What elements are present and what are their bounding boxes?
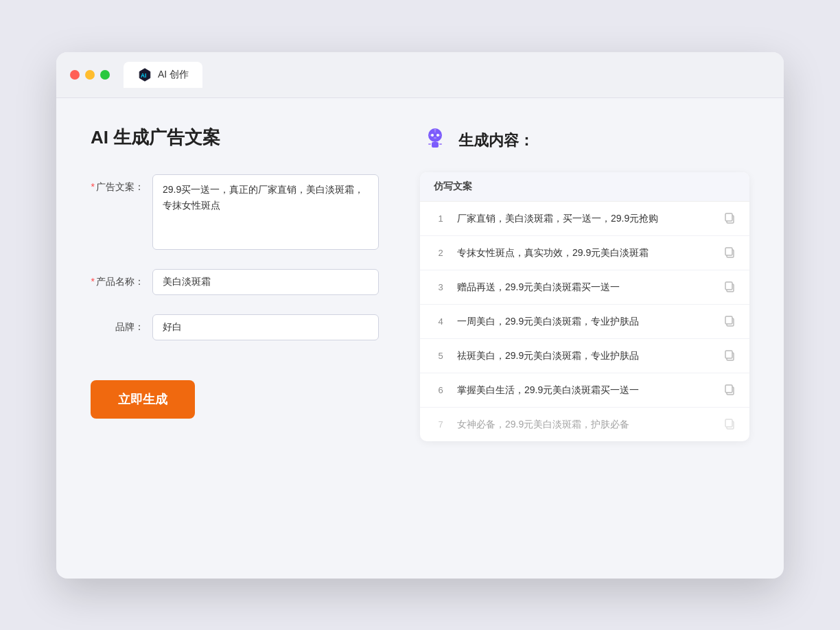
row-text: 赠品再送，29.9元美白淡斑霜买一送一 <box>457 280 714 294</box>
row-text: 祛斑美白，29.9元美白淡斑霜，专业护肤品 <box>457 349 714 363</box>
row-text: 厂家直销，美白淡斑霜，买一送一，29.9元抢购 <box>457 211 714 226</box>
result-row: 1 厂家直销，美白淡斑霜，买一送一，29.9元抢购 <box>420 202 749 236</box>
generate-button[interactable]: 立即生成 <box>91 380 195 419</box>
minimize-button[interactable] <box>85 70 95 80</box>
result-row: 2 专抹女性斑点，真实功效，29.9元美白淡斑霜 <box>420 236 749 270</box>
copy-icon[interactable] <box>723 212 736 224</box>
brand-label: 品牌： <box>91 314 152 334</box>
ad-copy-group: *广告文案： 29.9买一送一，真正的厂家直销，美白淡斑霜，专抹女性斑点 <box>91 174 379 250</box>
product-name-input[interactable]: 美白淡斑霜 <box>152 269 379 295</box>
svg-rect-26 <box>725 419 732 427</box>
svg-rect-10 <box>439 143 442 145</box>
row-text: 一周美白，29.9元美白淡斑霜，专业护肤品 <box>457 314 714 329</box>
product-name-label: *产品名称： <box>91 269 152 288</box>
required-star-ad: * <box>91 181 95 192</box>
result-row: 7 女神必备，29.9元美白淡斑霜，护肤必备 <box>420 408 749 441</box>
copy-icon[interactable] <box>723 418 736 430</box>
row-number: 5 <box>434 351 447 361</box>
results-table: 仿写文案 1 厂家直销，美白淡斑霜，买一送一，29.9元抢购 2 专抹女性斑点，… <box>420 172 749 441</box>
svg-rect-9 <box>428 143 431 145</box>
row-text: 女神必备，29.9元美白淡斑霜，护肤必备 <box>457 417 714 432</box>
close-button[interactable] <box>70 70 80 80</box>
row-number: 7 <box>434 419 447 430</box>
svg-point-7 <box>434 128 436 130</box>
row-text: 掌握美白生活，29.9元美白淡斑霜买一送一 <box>457 383 714 397</box>
svg-point-11 <box>430 135 431 136</box>
copy-icon[interactable] <box>723 281 736 293</box>
row-number: 6 <box>434 385 447 395</box>
result-row: 3 赠品再送，29.9元美白淡斑霜买一送一 <box>420 270 749 305</box>
svg-text:AI: AI <box>141 72 146 78</box>
tab-label: AI 创作 <box>158 69 189 81</box>
product-name-group: *产品名称： 美白淡斑霜 <box>91 269 379 295</box>
svg-rect-24 <box>725 385 732 393</box>
brand-group: 品牌： 好白 <box>91 314 379 340</box>
result-row: 5 祛斑美白，29.9元美白淡斑霜，专业护肤品 <box>420 339 749 373</box>
svg-rect-18 <box>725 282 732 290</box>
ad-copy-input[interactable]: 29.9买一送一，真正的厂家直销，美白淡斑霜，专抹女性斑点 <box>152 174 379 250</box>
required-star-product: * <box>91 276 95 287</box>
table-header: 仿写文案 <box>420 172 749 202</box>
ai-tab-icon: AI <box>137 67 152 82</box>
row-number: 4 <box>434 316 447 327</box>
svg-rect-6 <box>432 142 439 148</box>
row-number: 3 <box>434 282 447 292</box>
maximize-button[interactable] <box>100 70 110 80</box>
svg-rect-5 <box>434 137 436 139</box>
right-panel-title: 生成内容： <box>458 130 534 151</box>
ai-creation-tab[interactable]: AI AI 创作 <box>124 62 202 88</box>
svg-point-3 <box>431 134 434 137</box>
title-bar: AI AI 创作 <box>56 52 784 98</box>
row-text: 专抹女性斑点，真实功效，29.9元美白淡斑霜 <box>457 246 714 260</box>
copy-icon[interactable] <box>723 315 736 327</box>
brand-input[interactable]: 好白 <box>152 314 379 340</box>
main-content: AI 生成广告文案 *广告文案： 29.9买一送一，真正的厂家直销，美白淡斑霜，… <box>56 98 784 579</box>
page-title: AI 生成广告文案 <box>91 126 379 150</box>
robot-icon <box>420 126 450 156</box>
row-number: 1 <box>434 213 447 224</box>
ad-copy-label: *广告文案： <box>91 174 152 194</box>
svg-point-12 <box>439 135 441 136</box>
traffic-lights <box>70 70 110 80</box>
copy-icon[interactable] <box>723 384 736 396</box>
results-container: 1 厂家直销，美白淡斑霜，买一送一，29.9元抢购 2 专抹女性斑点，真实功效，… <box>420 202 749 441</box>
result-row: 4 一周美白，29.9元美白淡斑霜，专业护肤品 <box>420 305 749 339</box>
browser-window: AI AI 创作 AI 生成广告文案 *广告文案： 29.9买一送一，真正的厂家… <box>56 52 784 579</box>
right-header: 生成内容： <box>420 126 749 156</box>
copy-icon[interactable] <box>723 349 736 362</box>
result-row: 6 掌握美白生活，29.9元美白淡斑霜买一送一 <box>420 373 749 408</box>
svg-rect-22 <box>725 351 732 358</box>
copy-icon[interactable] <box>723 246 736 259</box>
left-panel: AI 生成广告文案 *广告文案： 29.9买一送一，真正的厂家直销，美白淡斑霜，… <box>91 126 379 551</box>
right-panel: 生成内容： 仿写文案 1 厂家直销，美白淡斑霜，买一送一，29.9元抢购 2 专… <box>420 126 749 551</box>
svg-rect-16 <box>725 248 732 255</box>
row-number: 2 <box>434 248 447 258</box>
svg-point-4 <box>436 134 439 137</box>
svg-rect-14 <box>725 213 732 221</box>
svg-rect-20 <box>725 316 732 324</box>
